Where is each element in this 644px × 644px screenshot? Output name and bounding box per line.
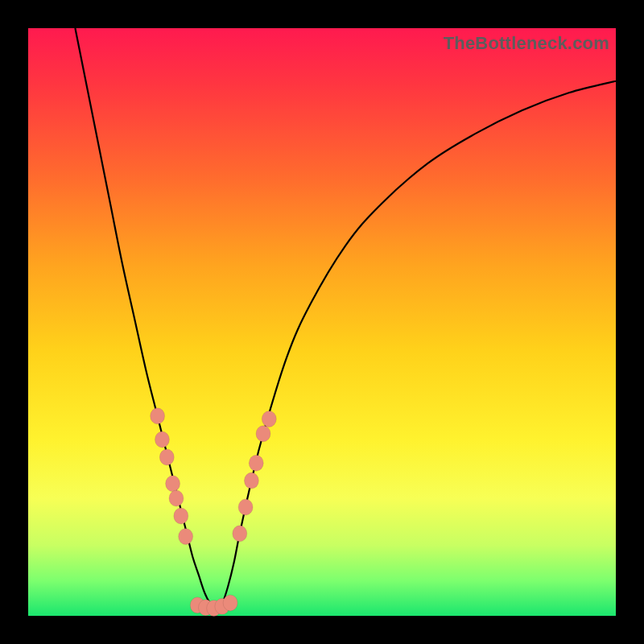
data-dot (151, 408, 165, 424)
chart-svg (28, 28, 616, 616)
data-dot (244, 473, 258, 489)
data-dot (249, 455, 263, 471)
curve-right-curve (217, 81, 616, 613)
data-dot (179, 528, 193, 544)
data-dot (166, 476, 180, 492)
data-dot (169, 490, 184, 506)
data-dot (238, 499, 253, 515)
data-dot (233, 526, 247, 542)
data-dot (262, 411, 276, 427)
data-dot (223, 595, 237, 611)
data-dot (256, 426, 270, 442)
dots-group (151, 408, 277, 617)
data-dot (155, 431, 169, 448)
data-dot (159, 449, 174, 465)
curve-left-curve (75, 28, 216, 613)
chart-plot-area: TheBottleneck.com (28, 28, 616, 616)
data-dot (174, 508, 188, 524)
curve-group (75, 28, 616, 613)
chart-frame: TheBottleneck.com (0, 0, 644, 644)
